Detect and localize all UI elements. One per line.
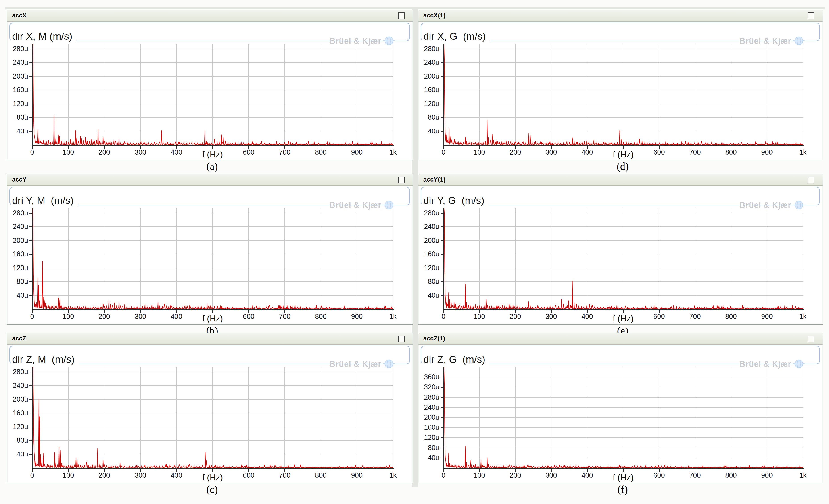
- x-axis: [32, 468, 394, 469]
- y-tick-label: 200u: [7, 236, 28, 244]
- plot-title: dir Y, G (m/s): [422, 195, 488, 207]
- x-axis: [32, 309, 394, 310]
- x-tick-mark: [623, 146, 623, 149]
- y-axis: [443, 208, 444, 310]
- y-tick-label: 80u: [7, 113, 28, 121]
- x-tick-label: 100: [466, 471, 493, 479]
- y-tick-label: 80u: [419, 277, 439, 285]
- x-tick-label: 800: [718, 148, 744, 156]
- x-tick-label: 900: [344, 148, 370, 156]
- panel-cell: accX dir X, M (m/s) Brüel & Kjær: [7, 10, 412, 174]
- chart-window: accY dri Y, M (m/s) Brüel & Kjær: [7, 174, 413, 324]
- x-tick-label: 600: [646, 471, 673, 479]
- brand-name: Brüel & Kjær: [740, 201, 791, 210]
- y-tick-label: 200u: [419, 414, 439, 421]
- x-tick-label: 700: [271, 471, 298, 479]
- panel-cell: accZ dir Z, M (m/s) Brüel & Kjær: [7, 333, 412, 497]
- x-tick-label: 1k: [790, 148, 816, 156]
- panel-cell: accX(1) dir X, G (m/s) Brüel & Kjær: [418, 10, 822, 174]
- x-tick-label: 800: [308, 148, 334, 156]
- x-tick-label: 300: [538, 471, 565, 479]
- x-tick-label: 0: [19, 148, 45, 156]
- y-tick-label: 120u: [7, 264, 28, 272]
- y-tick-label: 280u: [7, 209, 28, 217]
- x-tick-label: 800: [718, 471, 744, 479]
- y-tick-label: 200u: [7, 395, 28, 403]
- x-tick-label: 600: [646, 148, 673, 156]
- x-tick-label: 700: [271, 148, 298, 156]
- y-tick-label: 120u: [7, 100, 28, 108]
- spectrum-trace: [444, 208, 803, 309]
- y-axis: [32, 367, 33, 468]
- y-tick-label: 160u: [7, 409, 28, 417]
- x-tick-label: 400: [163, 313, 190, 321]
- x-axis-title: f (Hz): [190, 150, 235, 159]
- plot-title: dri Y, M (m/s): [11, 195, 78, 207]
- x-tick-label: 1k: [790, 471, 816, 479]
- y-tick-label: 280u: [419, 393, 439, 401]
- y-tick-label: 200u: [419, 236, 439, 244]
- x-tick-label: 0: [19, 313, 45, 321]
- y-tick-label: 160u: [419, 250, 439, 258]
- brand-watermark: Brüel & Kjær: [740, 200, 805, 210]
- brand-watermark: Brüel & Kjær: [740, 359, 805, 369]
- x-tick-label: 600: [646, 313, 673, 321]
- x-tick-label: 600: [235, 471, 262, 479]
- spectrum-trace: [444, 44, 803, 145]
- x-tick-label: 200: [91, 148, 118, 156]
- x-tick-label: 0: [430, 313, 457, 321]
- spectrum-trace: [32, 208, 393, 309]
- y-tick-label: 40u: [419, 127, 439, 135]
- y-tick-label: 40u: [419, 292, 439, 300]
- plot-title: dir X, G (m/s): [422, 31, 490, 43]
- y-tick-label: 40u: [7, 450, 28, 458]
- y-tick-label: 40u: [7, 292, 28, 300]
- x-tick-label: 1k: [380, 471, 406, 479]
- x-axis: [443, 468, 804, 469]
- y-tick-label: 120u: [419, 264, 439, 272]
- y-axis: [443, 367, 444, 468]
- x-tick-label: 0: [430, 148, 457, 156]
- x-tick-label: 1k: [790, 313, 816, 321]
- globe-icon: [383, 36, 395, 46]
- globe-icon: [793, 359, 805, 369]
- x-tick-label: 400: [574, 471, 601, 479]
- x-axis: [443, 145, 804, 146]
- x-tick-label: 200: [502, 471, 529, 479]
- x-tick-mark: [212, 310, 213, 313]
- x-tick-label: 200: [91, 471, 118, 479]
- x-tick-label: 100: [55, 148, 82, 156]
- x-tick-label: 900: [344, 471, 370, 479]
- y-tick-label: 240u: [7, 59, 28, 67]
- y-tick-label: 280u: [419, 45, 439, 53]
- y-tick-label: 240u: [7, 382, 28, 390]
- x-tick-label: 700: [271, 313, 298, 321]
- panel-caption: (f): [600, 483, 645, 495]
- globe-icon: [383, 200, 395, 210]
- y-tick-label: 160u: [7, 250, 28, 258]
- x-tick-label: 1k: [380, 148, 406, 156]
- x-tick-label: 100: [466, 148, 493, 156]
- x-tick-label: 600: [235, 313, 262, 321]
- x-tick-label: 400: [163, 471, 190, 479]
- panel-cell: accZ(1) dir Z, G (m/s) Brüel & Kjær: [418, 333, 822, 497]
- x-tick-label: 200: [502, 313, 529, 321]
- y-tick-label: 240u: [7, 223, 28, 231]
- panel-caption: (a): [190, 160, 235, 172]
- spectrum-trace: [32, 367, 393, 468]
- plot-title: dir Z, M (m/s): [11, 354, 79, 366]
- x-tick-label: 800: [308, 471, 334, 479]
- x-tick-label: 0: [430, 471, 457, 479]
- x-axis-title: f (Hz): [601, 473, 646, 482]
- x-tick-label: 300: [538, 313, 565, 321]
- x-tick-label: 400: [574, 313, 601, 321]
- y-tick-label: 40u: [7, 127, 28, 135]
- y-tick-label: 80u: [7, 436, 28, 444]
- x-tick-label: 1k: [380, 313, 406, 321]
- y-axis: [443, 44, 444, 146]
- x-axis-title: f (Hz): [601, 150, 646, 159]
- chart-window: accY(1) dir Y, G (m/s) Brüel & Kjær: [418, 174, 823, 324]
- chart-window: accZ(1) dir Z, G (m/s) Brüel & Kjær: [418, 333, 823, 483]
- brand-name: Brüel & Kjær: [329, 201, 381, 210]
- globe-icon: [793, 36, 805, 46]
